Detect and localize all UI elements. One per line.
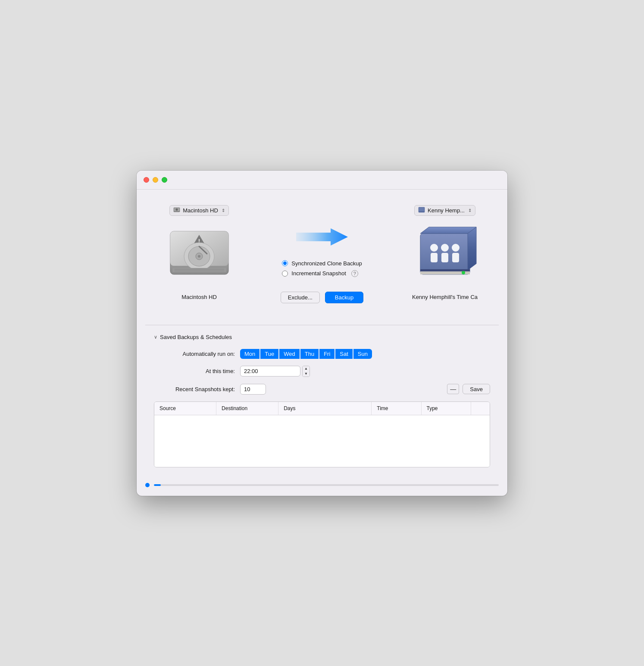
save-button[interactable]: Save: [463, 384, 490, 394]
backups-table: Source Destination Days Time Type: [154, 401, 490, 467]
destination-disk-item: Kenny Hemp... ⇕: [408, 205, 481, 300]
source-disk-image: !: [163, 219, 236, 290]
svg-marker-21: [468, 227, 476, 270]
incremental-option: Incremental Snapshot ?: [282, 270, 362, 277]
main-window: Macintosh HD ⇕: [137, 171, 507, 496]
col-destination: Destination: [216, 402, 278, 415]
day-sun-button[interactable]: Sun: [353, 349, 372, 359]
day-fri-button[interactable]: Fri: [319, 349, 335, 359]
snapshots-label: Recent Snapshots kept:: [154, 386, 240, 392]
table-header: Source Destination Days Time Type: [154, 402, 490, 415]
disk-section: Macintosh HD ⇕: [163, 202, 481, 303]
day-wed-button[interactable]: Wed: [279, 349, 300, 359]
snapshots-controls: — Save: [447, 384, 490, 394]
incremental-radio[interactable]: [282, 271, 288, 277]
svg-point-30: [462, 271, 465, 274]
col-days: Days: [278, 402, 372, 415]
titlebar: [137, 171, 507, 190]
time-increment-button[interactable]: ▲: [303, 366, 309, 371]
svg-point-22: [430, 244, 438, 252]
time-input[interactable]: [240, 366, 300, 377]
destination-nas-svg: [412, 223, 478, 287]
backup-source-dest-section: Macintosh HD ⇕: [137, 190, 507, 325]
table-body: [154, 415, 490, 467]
day-mon-button[interactable]: Mon: [240, 349, 259, 359]
days-selector: Mon Tue Wed Thu Fri Sat Sun: [240, 349, 372, 359]
arrow-container: [296, 224, 348, 250]
svg-point-3: [176, 209, 177, 210]
zoom-button[interactable]: [162, 177, 167, 183]
snapshots-minus-button[interactable]: —: [447, 384, 459, 394]
svg-rect-18: [419, 208, 424, 211]
svg-rect-13: [172, 268, 226, 272]
col-actions: [471, 402, 490, 415]
section-toggle-icon[interactable]: ∨: [154, 334, 157, 340]
svg-rect-23: [431, 253, 438, 262]
exclude-button[interactable]: Exclude...: [281, 292, 320, 303]
svg-marker-20: [420, 227, 476, 233]
source-disk-item: Macintosh HD ⇕: [163, 205, 236, 300]
source-disk-label: Macintosh HD: [181, 294, 217, 300]
progress-section: [137, 476, 507, 496]
svg-rect-27: [452, 253, 459, 262]
help-icon[interactable]: ?: [351, 270, 358, 277]
progress-bar-track: [154, 484, 499, 486]
sync-clone-radio[interactable]: [282, 260, 288, 266]
close-button[interactable]: [144, 177, 149, 183]
source-hdd-svg: !: [166, 223, 233, 287]
auto-run-label: Automatically run on:: [154, 351, 240, 357]
destination-disk-label: Kenny Hemphill's Time Ca: [412, 294, 478, 300]
snapshots-input[interactable]: [240, 384, 266, 395]
source-disk-icon: [173, 207, 180, 214]
day-tue-button[interactable]: Tue: [260, 349, 278, 359]
source-chevron-icon: ⇕: [222, 208, 225, 213]
time-row: At this time: ▲ ▼: [154, 366, 490, 377]
traffic-lights: [144, 177, 167, 183]
progress-bar-fill: [154, 484, 161, 486]
arrow-right-icon: [296, 224, 348, 250]
auto-run-row: Automatically run on: Mon Tue Wed Thu Fr…: [154, 349, 490, 359]
source-selector[interactable]: Macintosh HD ⇕: [169, 205, 229, 216]
sync-clone-label: Synchronized Clone Backup: [291, 260, 362, 267]
col-source: Source: [154, 402, 216, 415]
time-stepper: ▲ ▼: [302, 366, 310, 377]
section-header: ∨ Saved Backups & Schedules: [154, 334, 490, 340]
destination-disk-icon: [418, 207, 425, 214]
snapshots-row: Recent Snapshots kept: — Save: [154, 384, 490, 395]
progress-dot: [145, 483, 150, 487]
destination-disk-image: [408, 219, 481, 290]
schedules-section: ∨ Saved Backups & Schedules Automaticall…: [137, 325, 507, 476]
time-input-container: ▲ ▼: [240, 366, 310, 377]
section-title: Saved Backups & Schedules: [160, 334, 232, 340]
svg-point-11: [198, 255, 200, 258]
svg-marker-16: [296, 228, 348, 246]
day-sat-button[interactable]: Sat: [335, 349, 353, 359]
svg-rect-25: [441, 253, 448, 262]
backup-type-options: Synchronized Clone Backup Incremental Sn…: [282, 260, 362, 277]
time-decrement-button[interactable]: ▼: [303, 371, 309, 377]
backup-button[interactable]: Backup: [325, 292, 363, 303]
svg-point-26: [452, 244, 460, 252]
action-buttons: Exclude... Backup: [281, 292, 363, 303]
day-thu-button[interactable]: Thu: [300, 349, 319, 359]
sync-clone-option: Synchronized Clone Backup: [282, 260, 362, 267]
destination-selector[interactable]: Kenny Hemp... ⇕: [414, 205, 475, 216]
incremental-label: Incremental Snapshot: [291, 270, 346, 277]
col-type: Type: [422, 402, 471, 415]
source-selector-label: Macintosh HD: [183, 207, 218, 214]
destination-selector-label: Kenny Hemp...: [428, 207, 465, 214]
time-label: At this time:: [154, 368, 240, 374]
svg-point-24: [441, 244, 449, 252]
minimize-button[interactable]: [153, 177, 158, 183]
col-time: Time: [372, 402, 421, 415]
destination-chevron-icon: ⇕: [468, 208, 472, 213]
